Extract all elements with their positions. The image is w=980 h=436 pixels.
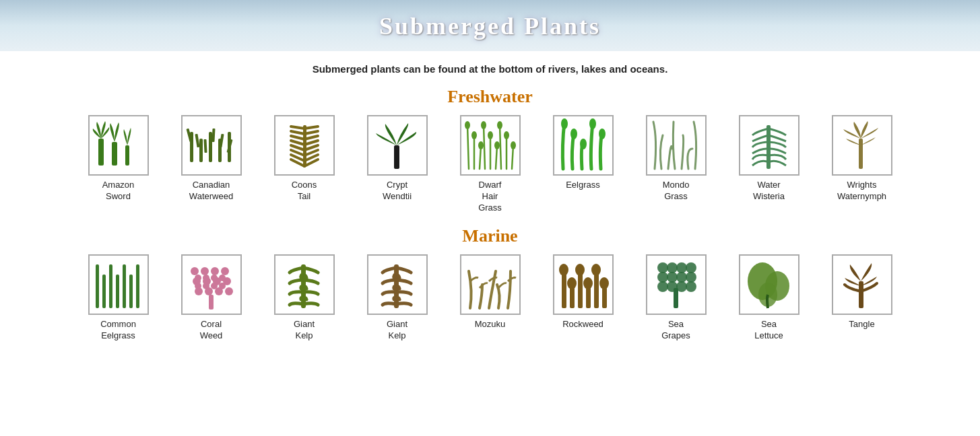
svg-point-83 bbox=[211, 283, 218, 289]
svg-point-48 bbox=[504, 131, 509, 139]
plant-item[interactable]: Eelgrass bbox=[540, 115, 627, 214]
plant-icon bbox=[553, 254, 614, 315]
svg-point-103 bbox=[686, 262, 696, 273]
plant-icon bbox=[88, 254, 149, 315]
svg-point-107 bbox=[686, 272, 696, 283]
plant-name: Rockweed bbox=[562, 319, 603, 330]
plant-name: Amazon Sword bbox=[102, 180, 135, 203]
svg-line-26 bbox=[291, 141, 304, 145]
plant-name: Eelgrass bbox=[566, 180, 600, 191]
svg-rect-13 bbox=[226, 139, 232, 153]
freshwater-grid: Amazon Sword Canadian Waterweed Coons Ta… bbox=[0, 115, 980, 214]
plant-icon bbox=[274, 254, 335, 315]
svg-point-94 bbox=[567, 277, 577, 289]
svg-rect-62 bbox=[129, 275, 133, 308]
svg-point-49 bbox=[511, 141, 516, 149]
plant-name: Crypt Wendtii bbox=[383, 180, 412, 203]
svg-point-104 bbox=[657, 272, 668, 283]
plant-icon bbox=[367, 115, 428, 176]
svg-point-46 bbox=[494, 141, 500, 149]
svg-point-97 bbox=[591, 264, 601, 276]
plant-icon bbox=[460, 254, 521, 315]
plant-item[interactable]: Rockweed bbox=[540, 254, 627, 342]
plant-name: Mondo Grass bbox=[663, 180, 690, 203]
plant-icon bbox=[460, 115, 521, 176]
plant-icon bbox=[181, 254, 242, 315]
plant-item[interactable]: Water Wisteria bbox=[725, 115, 813, 214]
svg-line-15 bbox=[291, 126, 304, 129]
plant-item[interactable]: Wrights Waternymph bbox=[818, 115, 906, 214]
svg-point-43 bbox=[478, 141, 484, 149]
svg-point-110 bbox=[676, 281, 687, 292]
plant-item[interactable]: Canadian Waterweed bbox=[168, 115, 255, 214]
svg-rect-1 bbox=[112, 142, 117, 166]
plant-icon bbox=[739, 115, 799, 176]
plant-item[interactable]: Giant Kelp bbox=[354, 254, 441, 342]
svg-point-84 bbox=[219, 283, 226, 289]
svg-rect-61 bbox=[123, 264, 126, 308]
plant-item[interactable]: Coral Weed bbox=[168, 254, 255, 342]
svg-point-102 bbox=[676, 262, 687, 273]
svg-point-80 bbox=[219, 275, 226, 281]
svg-point-68 bbox=[221, 267, 229, 275]
plant-item[interactable]: Coons Tail bbox=[261, 115, 348, 214]
plant-icon bbox=[181, 115, 242, 176]
plant-item[interactable]: Crypt Wendtii bbox=[354, 115, 441, 214]
svg-rect-60 bbox=[116, 275, 119, 308]
svg-point-51 bbox=[570, 129, 577, 139]
svg-point-98 bbox=[599, 277, 609, 289]
plant-name: Giant Kelp bbox=[294, 319, 315, 342]
svg-point-101 bbox=[667, 262, 678, 273]
plant-item[interactable]: Mozuku bbox=[447, 254, 534, 342]
freshwater-section: Freshwater Amazon Sword Canadian Waterwe… bbox=[0, 87, 980, 214]
marine-grid: Common Eelgrass Coral Weed Giant Kelp Gi… bbox=[0, 254, 980, 342]
page-subtitle: Submerged plants can be found at the bot… bbox=[0, 63, 980, 75]
plant-item[interactable]: Tangle bbox=[818, 254, 906, 342]
plant-name: Common Eelgrass bbox=[100, 319, 136, 342]
svg-point-81 bbox=[195, 283, 201, 289]
plant-name: Water Wisteria bbox=[753, 180, 785, 203]
plant-icon bbox=[553, 115, 614, 176]
svg-rect-0 bbox=[98, 139, 104, 166]
page-header: Submerged Plants bbox=[0, 0, 980, 51]
plant-icon bbox=[739, 254, 799, 315]
plant-name: Tangle bbox=[849, 319, 874, 330]
plant-item[interactable]: Mondo Grass bbox=[632, 115, 720, 214]
plant-name: Dwarf Hair Grass bbox=[478, 180, 502, 214]
svg-point-76 bbox=[225, 287, 233, 295]
svg-point-47 bbox=[497, 121, 502, 129]
svg-point-54 bbox=[599, 129, 606, 139]
svg-point-96 bbox=[583, 277, 593, 289]
plant-item[interactable]: Sea Lettuce bbox=[725, 254, 813, 342]
svg-point-95 bbox=[575, 264, 585, 276]
svg-line-32 bbox=[467, 125, 469, 169]
svg-rect-64 bbox=[209, 295, 214, 310]
svg-point-53 bbox=[589, 118, 596, 129]
svg-rect-2 bbox=[125, 145, 129, 166]
svg-point-66 bbox=[201, 267, 209, 275]
svg-point-41 bbox=[465, 121, 470, 129]
svg-line-35 bbox=[484, 125, 485, 169]
plant-name: Canadian Waterweed bbox=[189, 180, 233, 203]
svg-point-67 bbox=[211, 267, 219, 275]
plant-icon bbox=[832, 115, 892, 176]
svg-rect-4 bbox=[199, 139, 203, 162]
page-title: Submerged Plants bbox=[0, 12, 980, 40]
svg-rect-91 bbox=[594, 271, 599, 308]
plant-item[interactable]: Sea Grapes bbox=[632, 254, 720, 342]
plant-item[interactable]: Dwarf Hair Grass bbox=[447, 115, 534, 214]
svg-point-52 bbox=[580, 139, 587, 149]
plant-item[interactable]: Giant Kelp bbox=[261, 254, 348, 342]
plant-name: Sea Grapes bbox=[661, 319, 690, 342]
svg-rect-57 bbox=[96, 264, 99, 308]
plant-item[interactable]: Common Eelgrass bbox=[75, 254, 162, 342]
svg-rect-59 bbox=[109, 264, 112, 308]
svg-point-111 bbox=[686, 281, 696, 292]
svg-point-106 bbox=[676, 272, 687, 283]
svg-line-19 bbox=[291, 145, 304, 150]
freshwater-title: Freshwater bbox=[0, 87, 980, 107]
plant-item[interactable]: Amazon Sword bbox=[75, 115, 162, 214]
plant-icon bbox=[367, 254, 428, 315]
svg-point-105 bbox=[667, 272, 678, 283]
svg-point-44 bbox=[481, 121, 486, 129]
